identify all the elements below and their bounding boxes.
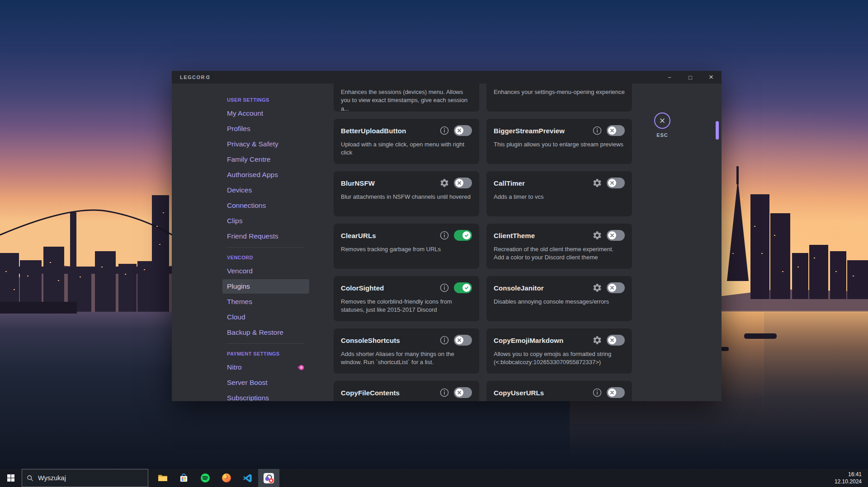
sidebar-item-themes[interactable]: Themes [222,295,309,309]
taskbar-search[interactable] [22,469,148,487]
taskbar-clock[interactable]: 16:41 12.10.2024 [828,469,868,487]
taskbar-app-legcord[interactable] [258,469,279,487]
plugin-description: Upload with a single click, open menu wi… [341,140,472,157]
windows-logo-icon [7,474,14,482]
plugin-name: ClearURLs [341,232,376,239]
plugin-actions [439,282,472,293]
sidebar-item-vencord[interactable]: Vencord [222,264,309,278]
plugin-description: Removes tracking garbage from URLs [341,245,472,253]
firefox-icon [221,473,232,483]
sidebar-item-backup-restore[interactable]: Backup & Restore [222,325,309,340]
plugin-settings-gear-icon[interactable] [592,178,602,188]
maximize-button[interactable]: □ [680,71,701,84]
settings-content: USER SETTINGSMy AccountProfilesPrivacy &… [172,84,722,401]
plugin-toggle-off[interactable] [607,335,625,346]
taskbar-app-vscode[interactable] [237,469,258,487]
sidebar-item-cloud[interactable]: Cloud [222,310,309,324]
plugin-toggle-off[interactable] [607,125,625,136]
sidebar-item-privacy-safety[interactable]: Privacy & Safety [222,137,309,151]
plugin-card-header: ClearURLs [341,230,472,241]
plugin-toggle-on[interactable] [454,282,472,293]
plugin-settings-gear-icon[interactable] [439,178,449,188]
plugin-settings-gear-icon[interactable] [592,335,602,345]
start-button[interactable] [0,469,22,487]
sidebar-item-plugins[interactable]: Plugins [222,279,309,294]
plugin-description: Adds a timer to vcs [494,193,625,201]
sidebar-item-connections[interactable]: Connections [222,198,309,213]
legcord-icon [263,472,275,484]
plugin-info-icon[interactable] [439,230,449,240]
sidebar-item-friend-requests[interactable]: Friend Requests [222,229,309,244]
sidebar-item-authorised-apps[interactable]: Authorised Apps [222,168,309,182]
sidebar-item-family-centre[interactable]: Family Centre [222,152,309,167]
plugin-actions [439,178,472,188]
plugin-settings-gear-icon[interactable] [592,230,602,240]
plugin-card-colorsighted: ColorSightedRemoves the colorblind-frien… [334,276,479,321]
plugin-info-icon[interactable] [439,126,449,136]
sidebar-item-subscriptions[interactable]: Subscriptions [222,391,309,401]
search-input[interactable] [38,474,143,482]
sidebar-item-label: Friend Requests [227,232,278,240]
minimize-button[interactable]: − [659,71,680,84]
esc-close-button[interactable] [654,112,670,129]
plugin-description: This plugin allows you to enlarge stream… [494,140,625,149]
plugin-name: CallTimer [494,179,525,187]
plugin-toggle-off[interactable] [607,230,625,241]
toggle-x-icon [608,284,616,292]
plugin-name: ConsoleShortcuts [341,337,400,344]
app-brand: LEGCORD [172,75,210,80]
plugin-card-header: CopyUserURLs [494,387,625,398]
plugin-toggle-off[interactable] [454,178,472,188]
close-button[interactable]: × [701,71,722,84]
sidebar-item-label: Backup & Restore [227,328,283,337]
sidebar-item-server-boost[interactable]: Server Boost [222,375,309,390]
plugin-info-icon[interactable] [439,335,449,345]
sidebar-item-clips[interactable]: Clips [222,214,309,228]
plugin-toggle-off[interactable] [454,125,472,136]
plugin-actions [439,387,472,398]
plugin-card-consoleshortcuts: ConsoleShortcutsAdds shorter Aliases for… [334,328,479,374]
sidebar-divider [227,343,305,344]
plugin-info-icon[interactable] [592,126,602,136]
sidebar-item-label: Authorised Apps [227,171,278,179]
taskbar-app-spotify[interactable] [194,469,216,487]
taskbar-app-firefox[interactable] [216,469,237,487]
plugin-toggle-off[interactable] [607,387,625,398]
sidebar-item-devices[interactable]: Devices [222,183,309,197]
sidebar-section-header-user-settings: USER SETTINGS [222,94,309,105]
plugin-actions [439,335,472,346]
plugin-toggle-off[interactable] [454,335,472,346]
sidebar-item-profiles[interactable]: Profiles [222,122,309,136]
sidebar-item-my-account[interactable]: My Account [222,106,309,121]
plugin-toggle-on[interactable] [454,230,472,241]
plugin-actions [592,178,625,188]
plugin-description: Enhances your settings-menu-opening expe… [494,88,625,96]
taskbar-app-icons [152,469,279,487]
plugin-settings-gear-icon[interactable] [592,283,602,293]
plugin-toggle-off[interactable] [454,387,472,398]
clock-time: 16:41 [848,471,862,478]
plugin-toggle-off[interactable] [607,178,625,188]
plugin-actions [592,282,625,293]
plugin-card-biggerstreampreview: BiggerStreamPreviewThis plugin allows yo… [486,119,632,164]
taskbar-app-file-explorer[interactable] [152,469,173,487]
plugin-info-icon[interactable] [439,283,449,293]
scrollbar-thumb[interactable] [716,121,719,140]
plugin-toggle-off[interactable] [607,282,625,293]
plugin-actions [592,125,625,136]
plugin-actions [592,335,625,346]
plugin-card-blurnsfw: BlurNSFWBlur attachments in NSFW channel… [334,171,479,216]
file-explorer-icon [157,473,168,483]
toggle-x-icon [608,231,616,239]
sidebar-section-header-payment-settings: PAYMENT SETTINGS [222,347,309,359]
sidebar-item-label: Privacy & Safety [227,140,278,148]
toggle-x-icon [608,126,616,135]
plugin-info-icon[interactable] [439,388,449,398]
toggle-check-icon [462,231,471,239]
sidebar-item-label: Family Centre [227,155,270,164]
plugin-description: Adds shorter Aliases for many things on … [341,350,472,367]
plugin-description: Removes the colorblind-friendly icons fr… [341,298,472,314]
sidebar-item-nitro[interactable]: Nitro [222,360,309,375]
taskbar-app-microsoft-store[interactable] [173,469,194,487]
plugin-info-icon[interactable] [592,388,602,398]
